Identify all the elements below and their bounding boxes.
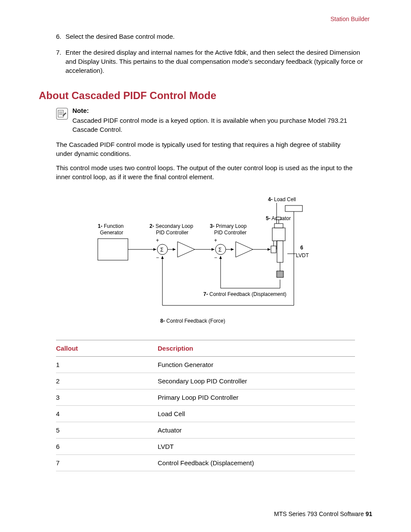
svg-text:+: +: [156, 237, 159, 243]
numbered-steps: 6. Select the desired Base control mode.…: [56, 32, 372, 75]
table-row: 2Secondary Loop PID Controller: [56, 373, 355, 389]
svg-text:8- Control Feedback (Force): 8- Control Feedback (Force): [160, 318, 225, 324]
svg-text:−: −: [214, 255, 217, 261]
svg-rect-30: [274, 224, 283, 228]
svg-text:2- Secondary Loop: 2- Secondary Loop: [149, 223, 193, 229]
callout-table: Callout Description 1Function Generator …: [56, 340, 355, 471]
svg-rect-1: [58, 110, 63, 117]
svg-text:LVDT: LVDT: [296, 252, 309, 258]
svg-rect-32: [277, 217, 281, 220]
note-title: Note:: [72, 107, 372, 114]
table-row: 1Function Generator: [56, 357, 355, 373]
control-loop-diagram: 4- Load Cell 5- Actuator 1- Function Gen…: [39, 193, 372, 327]
page-number: 91: [365, 510, 372, 517]
step-text: Enter the desired display and internal n…: [65, 48, 372, 75]
svg-rect-33: [271, 246, 276, 253]
svg-text:6: 6: [300, 245, 303, 251]
svg-text:3- Primary Loop: 3- Primary Loop: [210, 223, 247, 229]
svg-text:Σ: Σ: [160, 247, 163, 253]
table-row: 3Primary Loop PID Controller: [56, 389, 355, 406]
svg-text:1- Function: 1- Function: [98, 223, 124, 229]
svg-text:7- Control Feedback (Displacem: 7- Control Feedback (Displacement): [203, 291, 286, 297]
table-row: 5Actuator: [56, 422, 355, 439]
step-text: Select the desired Base control mode.: [65, 32, 174, 41]
breadcrumb: Station Builder: [39, 16, 370, 22]
step-number: 7.: [56, 48, 65, 75]
table-row: 6LVDT: [56, 439, 355, 455]
table-header: Description: [158, 340, 355, 357]
note-icon: [56, 108, 68, 120]
svg-text:PID Controller: PID Controller: [156, 230, 188, 236]
svg-rect-29: [272, 228, 285, 241]
svg-rect-15: [98, 239, 128, 260]
svg-text:Generator: Generator: [100, 230, 123, 236]
table-row: 4Load Cell: [56, 406, 355, 422]
footer-text: MTS Series 793 Control Software: [274, 510, 365, 517]
note-block: Note: Cascaded PIDF control mode is a ke…: [56, 107, 372, 134]
table-row: 7Control Feedback (Displacement): [56, 455, 355, 471]
step-item: 7. Enter the desired display and interna…: [56, 48, 372, 75]
svg-text:PID Controller: PID Controller: [214, 230, 246, 236]
body-paragraph: The Cascaded PIDF control mode is typica…: [56, 140, 355, 158]
svg-rect-35: [277, 241, 283, 262]
svg-rect-6: [285, 205, 302, 212]
section-heading: About Cascaded PIDF Control Mode: [39, 90, 372, 102]
svg-text:Σ: Σ: [218, 247, 221, 253]
note-text: Cascaded PIDF control mode is a keyed op…: [72, 116, 372, 134]
step-item: 6. Select the desired Base control mode.: [56, 32, 372, 41]
body-paragraph: This control mode uses two control loops…: [56, 163, 355, 181]
svg-text:+: +: [214, 237, 217, 243]
page-footer: MTS Series 793 Control Software 91: [274, 510, 372, 517]
svg-text:−: −: [156, 255, 159, 261]
step-number: 6.: [56, 32, 65, 41]
svg-text:4- Load Cell: 4- Load Cell: [268, 196, 296, 202]
table-header: Callout: [56, 340, 158, 357]
